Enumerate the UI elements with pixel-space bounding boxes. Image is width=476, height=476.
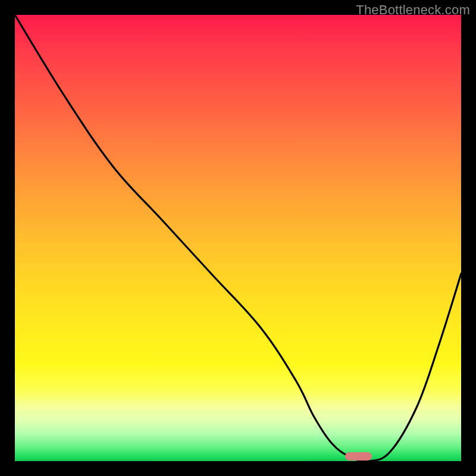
optimal-marker bbox=[345, 452, 372, 461]
chart-container: TheBottleneck.com bbox=[0, 0, 476, 476]
bottleneck-curve bbox=[15, 15, 461, 461]
watermark-text: TheBottleneck.com bbox=[356, 2, 470, 18]
plot-area bbox=[15, 15, 461, 461]
